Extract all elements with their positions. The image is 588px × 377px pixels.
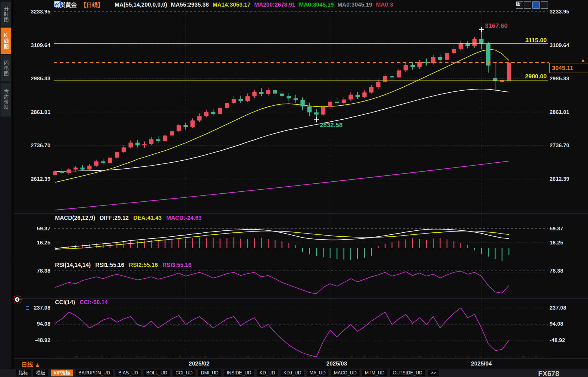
candle[interactable] xyxy=(218,108,222,114)
candle[interactable] xyxy=(163,135,167,141)
ma0-value-red: MA0:3 xyxy=(376,1,393,8)
candle[interactable] xyxy=(507,63,511,81)
indicator-tab-outside_ud[interactable]: OUTSIDE_UD xyxy=(390,370,425,376)
candle[interactable] xyxy=(101,161,105,163)
support-line-label[interactable]: 2980.00 xyxy=(522,73,547,80)
candle[interactable] xyxy=(390,76,394,77)
watermark: FX678 xyxy=(538,370,559,377)
indicator-tab-dmi_ud[interactable]: DMI_UD xyxy=(198,370,221,376)
candle[interactable] xyxy=(301,100,305,107)
candle[interactable] xyxy=(473,39,477,46)
candle[interactable] xyxy=(232,99,236,103)
period-label[interactable]: 【日线】 xyxy=(81,1,103,9)
candle[interactable] xyxy=(191,121,195,127)
candle[interactable] xyxy=(342,100,346,103)
app-window: 分时图 K线图 闪电图 合约资料 现货黄金 【日线】 MA(55,14,200,… xyxy=(0,0,588,377)
sidebar-item-flashchart[interactable]: 闪电图 xyxy=(1,55,11,81)
candle[interactable] xyxy=(493,78,497,81)
candle[interactable] xyxy=(74,168,78,170)
candle[interactable] xyxy=(184,125,188,127)
axis-label: 94.08 xyxy=(22,321,50,327)
period-badge[interactable]: 日线 ▲ xyxy=(21,360,40,368)
candle[interactable] xyxy=(411,65,415,67)
candle[interactable] xyxy=(177,125,181,131)
candle[interactable] xyxy=(197,116,202,121)
indicator-tab-kd_ud[interactable]: KD_UD xyxy=(257,370,278,376)
indicator-tab-barupdn_ud[interactable]: BARUPDN_UD xyxy=(76,370,113,376)
indicator-tab-cci_ud[interactable]: CCI_UD xyxy=(173,370,195,376)
ma0-value-gray: MA0:3045.19 xyxy=(338,1,372,8)
indicator-tab-boll_ud[interactable]: BOLL_UD xyxy=(144,370,170,376)
candle[interactable] xyxy=(314,112,319,115)
candle[interactable] xyxy=(129,143,133,147)
candle[interactable] xyxy=(115,152,119,158)
indicator-tab-macd_ud[interactable]: MACD_UD xyxy=(331,370,359,376)
candle[interactable] xyxy=(362,92,367,97)
indicator-tab-inside_ud[interactable]: INSIDE_UD xyxy=(224,370,254,376)
candle[interactable] xyxy=(307,106,312,112)
candle[interactable] xyxy=(280,94,284,96)
candle[interactable] xyxy=(156,139,160,141)
candle[interactable] xyxy=(142,144,147,145)
candle[interactable] xyxy=(87,166,92,169)
indicator-tab-vip[interactable]: VIP指标 xyxy=(51,370,73,376)
axis-label: 2861.01 xyxy=(22,109,50,115)
candle[interactable] xyxy=(404,65,408,71)
candle[interactable] xyxy=(211,112,215,114)
candle[interactable] xyxy=(369,87,374,93)
candle[interactable] xyxy=(149,139,154,144)
candle[interactable] xyxy=(246,96,250,101)
period-expand-icon[interactable]: ▲ xyxy=(35,362,40,368)
candle[interactable] xyxy=(328,102,332,107)
candle[interactable] xyxy=(376,82,381,87)
indicator-tab-[interactable]: >> xyxy=(428,370,439,376)
candle[interactable] xyxy=(273,90,277,94)
indicator-tab-kdj_ud[interactable]: KDJ_UD xyxy=(281,370,304,376)
axis-chart-icon[interactable] xyxy=(524,1,531,9)
candle[interactable] xyxy=(225,103,229,108)
indicator-tab-ma_ud[interactable]: MA_UD xyxy=(307,370,328,376)
candle[interactable] xyxy=(356,95,360,97)
candle[interactable] xyxy=(122,147,126,152)
candle[interactable] xyxy=(53,171,57,175)
indicator-tab-[interactable]: 指标 xyxy=(16,370,31,376)
candle[interactable] xyxy=(204,112,209,116)
pane-shift-icon[interactable] xyxy=(541,1,548,9)
sidebar-item-timechart[interactable]: 分时图 xyxy=(1,2,11,26)
resistance-line-label[interactable]: 3115.00 xyxy=(522,37,547,44)
candle[interactable] xyxy=(266,90,271,94)
candle[interactable] xyxy=(438,57,442,60)
candle[interactable] xyxy=(335,102,339,103)
candle[interactable] xyxy=(252,92,257,96)
candle[interactable] xyxy=(67,170,71,173)
candle[interactable] xyxy=(239,99,243,101)
candle[interactable] xyxy=(287,96,291,98)
candle[interactable] xyxy=(294,98,298,100)
axis-label: 2861.01 xyxy=(550,109,578,115)
candle[interactable] xyxy=(136,143,140,145)
candle[interactable] xyxy=(108,158,112,163)
candle[interactable] xyxy=(321,107,326,114)
candle[interactable] xyxy=(445,53,449,60)
candle[interactable] xyxy=(349,95,353,100)
candle[interactable] xyxy=(81,168,85,170)
indicator-tab-mtm_ud[interactable]: MTM_UD xyxy=(362,370,387,376)
hot-point-icon[interactable] xyxy=(13,295,22,304)
candle[interactable] xyxy=(431,57,436,63)
candle[interactable] xyxy=(452,49,456,53)
ma200-line xyxy=(55,161,509,210)
sidebar-item-klinechart[interactable]: K线图 xyxy=(1,28,11,54)
candle[interactable] xyxy=(397,70,401,77)
candle[interactable] xyxy=(259,92,264,94)
indicator-tab-[interactable]: 模板 xyxy=(33,370,48,376)
axis-label: 3233.95 xyxy=(550,9,578,15)
axis-chart-active-icon[interactable] xyxy=(532,1,540,9)
candle[interactable] xyxy=(94,161,99,166)
candle[interactable] xyxy=(170,131,174,135)
candle[interactable] xyxy=(383,76,387,82)
candle[interactable] xyxy=(479,39,484,44)
candle[interactable] xyxy=(60,171,64,173)
sidebar-item-contract-info[interactable]: 合约资料 xyxy=(1,83,11,116)
indicator-tab-bias_ud[interactable]: BIAS_UD xyxy=(115,370,141,376)
rsi-title: RSI(14,14,14) xyxy=(55,262,91,268)
